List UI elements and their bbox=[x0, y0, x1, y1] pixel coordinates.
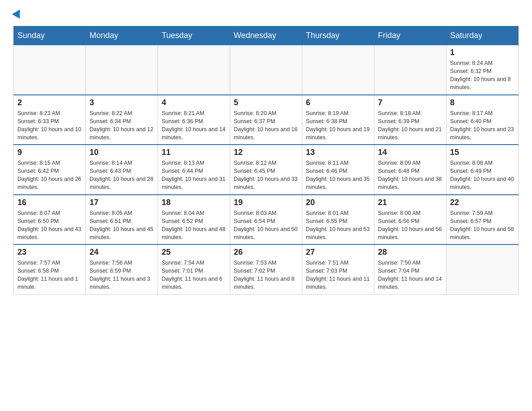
day-number: 8 bbox=[450, 98, 515, 107]
calendar-day-cell bbox=[302, 45, 374, 95]
day-number: 6 bbox=[306, 98, 370, 107]
day-info: Sunrise: 8:24 AMSunset: 6:32 PMDaylight:… bbox=[450, 59, 515, 92]
calendar-day-cell bbox=[86, 45, 158, 95]
day-number: 9 bbox=[17, 148, 82, 157]
day-number: 11 bbox=[162, 148, 226, 157]
day-info: Sunrise: 8:13 AMSunset: 6:44 PMDaylight:… bbox=[162, 159, 226, 192]
day-info: Sunrise: 8:15 AMSunset: 6:42 PMDaylight:… bbox=[17, 159, 82, 192]
day-info: Sunrise: 7:54 AMSunset: 7:01 PMDaylight:… bbox=[162, 259, 226, 291]
day-number: 14 bbox=[378, 148, 442, 157]
day-number: 17 bbox=[90, 198, 154, 207]
calendar-day-cell: 14Sunrise: 8:09 AMSunset: 6:48 PMDayligh… bbox=[374, 145, 446, 195]
calendar-day-cell bbox=[158, 45, 230, 95]
day-number: 23 bbox=[17, 248, 82, 257]
calendar-table: SundayMondayTuesdayWednesdayThursdayFrid… bbox=[13, 26, 519, 295]
day-number: 15 bbox=[450, 148, 515, 157]
calendar-day-cell bbox=[14, 45, 86, 95]
calendar-day-cell: 13Sunrise: 8:11 AMSunset: 6:46 PMDayligh… bbox=[302, 145, 374, 195]
day-info: Sunrise: 8:00 AMSunset: 6:56 PMDaylight:… bbox=[378, 209, 442, 242]
day-number: 25 bbox=[162, 248, 226, 257]
calendar-week-row: 2Sunrise: 8:23 AMSunset: 6:33 PMDaylight… bbox=[14, 95, 519, 145]
logo bbox=[13, 9, 24, 17]
day-info: Sunrise: 8:04 AMSunset: 6:52 PMDaylight:… bbox=[162, 209, 226, 242]
day-number: 16 bbox=[17, 198, 82, 207]
calendar-day-header: Friday bbox=[374, 26, 446, 45]
day-number: 13 bbox=[306, 148, 370, 157]
day-info: Sunrise: 7:51 AMSunset: 7:03 PMDaylight:… bbox=[306, 259, 370, 291]
calendar-day-cell: 15Sunrise: 8:08 AMSunset: 6:49 PMDayligh… bbox=[446, 145, 519, 195]
day-number: 4 bbox=[162, 98, 226, 107]
day-info: Sunrise: 7:50 AMSunset: 7:04 PMDaylight:… bbox=[378, 259, 442, 291]
day-number: 19 bbox=[234, 198, 298, 207]
calendar-week-row: 9Sunrise: 8:15 AMSunset: 6:42 PMDaylight… bbox=[14, 145, 519, 195]
day-info: Sunrise: 8:14 AMSunset: 6:43 PMDaylight:… bbox=[90, 159, 154, 192]
calendar-day-cell: 28Sunrise: 7:50 AMSunset: 7:04 PMDayligh… bbox=[374, 244, 446, 294]
day-info: Sunrise: 8:22 AMSunset: 6:34 PMDaylight:… bbox=[90, 109, 154, 142]
day-number: 21 bbox=[378, 198, 442, 207]
calendar-day-cell: 7Sunrise: 8:18 AMSunset: 6:39 PMDaylight… bbox=[374, 95, 446, 145]
day-number: 3 bbox=[90, 98, 154, 107]
calendar-day-cell: 5Sunrise: 8:20 AMSunset: 6:37 PMDaylight… bbox=[230, 95, 302, 145]
day-number: 2 bbox=[17, 98, 82, 107]
calendar-day-cell: 24Sunrise: 7:56 AMSunset: 6:59 PMDayligh… bbox=[86, 244, 158, 294]
calendar-day-cell bbox=[446, 244, 519, 294]
logo-triangle-icon bbox=[12, 7, 24, 19]
calendar-day-header: Wednesday bbox=[230, 26, 302, 45]
day-number: 24 bbox=[90, 248, 154, 257]
day-info: Sunrise: 8:20 AMSunset: 6:37 PMDaylight:… bbox=[234, 109, 298, 142]
day-info: Sunrise: 8:08 AMSunset: 6:49 PMDaylight:… bbox=[450, 159, 515, 192]
calendar-week-row: 23Sunrise: 7:57 AMSunset: 6:58 PMDayligh… bbox=[14, 244, 519, 294]
day-info: Sunrise: 8:12 AMSunset: 6:45 PMDaylight:… bbox=[234, 159, 298, 192]
calendar-day-cell: 23Sunrise: 7:57 AMSunset: 6:58 PMDayligh… bbox=[14, 244, 86, 294]
calendar-day-cell: 27Sunrise: 7:51 AMSunset: 7:03 PMDayligh… bbox=[302, 244, 374, 294]
calendar-day-header: Monday bbox=[86, 26, 158, 45]
calendar-day-header: Thursday bbox=[302, 26, 374, 45]
calendar-day-cell: 16Sunrise: 8:07 AMSunset: 6:50 PMDayligh… bbox=[14, 195, 86, 245]
calendar-week-row: 16Sunrise: 8:07 AMSunset: 6:50 PMDayligh… bbox=[14, 195, 519, 245]
day-info: Sunrise: 8:18 AMSunset: 6:39 PMDaylight:… bbox=[378, 109, 442, 142]
day-info: Sunrise: 8:23 AMSunset: 6:33 PMDaylight:… bbox=[17, 109, 82, 142]
logo-blue-text bbox=[13, 9, 24, 17]
calendar-day-cell: 8Sunrise: 8:17 AMSunset: 6:40 PMDaylight… bbox=[446, 95, 519, 145]
day-number: 1 bbox=[450, 48, 515, 57]
day-info: Sunrise: 8:09 AMSunset: 6:48 PMDaylight:… bbox=[378, 159, 442, 192]
calendar-day-cell: 10Sunrise: 8:14 AMSunset: 6:43 PMDayligh… bbox=[86, 145, 158, 195]
page-header bbox=[13, 9, 519, 17]
calendar-day-cell: 4Sunrise: 8:21 AMSunset: 6:36 PMDaylight… bbox=[158, 95, 230, 145]
calendar-day-cell: 2Sunrise: 8:23 AMSunset: 6:33 PMDaylight… bbox=[14, 95, 86, 145]
day-number: 10 bbox=[90, 148, 154, 157]
calendar-header-row: SundayMondayTuesdayWednesdayThursdayFrid… bbox=[14, 26, 519, 45]
day-info: Sunrise: 8:11 AMSunset: 6:46 PMDaylight:… bbox=[306, 159, 370, 192]
day-number: 5 bbox=[234, 98, 298, 107]
day-info: Sunrise: 8:01 AMSunset: 6:55 PMDaylight:… bbox=[306, 209, 370, 242]
calendar-day-cell: 18Sunrise: 8:04 AMSunset: 6:52 PMDayligh… bbox=[158, 195, 230, 245]
calendar-day-cell bbox=[230, 45, 302, 95]
day-info: Sunrise: 8:19 AMSunset: 6:38 PMDaylight:… bbox=[306, 109, 370, 142]
day-number: 20 bbox=[306, 198, 370, 207]
calendar-day-cell: 20Sunrise: 8:01 AMSunset: 6:55 PMDayligh… bbox=[302, 195, 374, 245]
day-number: 12 bbox=[234, 148, 298, 157]
day-info: Sunrise: 8:21 AMSunset: 6:36 PMDaylight:… bbox=[162, 109, 226, 142]
calendar-day-cell: 17Sunrise: 8:05 AMSunset: 6:51 PMDayligh… bbox=[86, 195, 158, 245]
day-number: 28 bbox=[378, 248, 442, 257]
day-info: Sunrise: 7:56 AMSunset: 6:59 PMDaylight:… bbox=[90, 259, 154, 291]
calendar-day-cell: 1Sunrise: 8:24 AMSunset: 6:32 PMDaylight… bbox=[446, 45, 519, 95]
calendar-day-header: Sunday bbox=[14, 26, 86, 45]
day-number: 18 bbox=[162, 198, 226, 207]
day-info: Sunrise: 7:57 AMSunset: 6:58 PMDaylight:… bbox=[17, 259, 82, 291]
calendar-day-header: Saturday bbox=[446, 26, 519, 45]
calendar-day-cell: 12Sunrise: 8:12 AMSunset: 6:45 PMDayligh… bbox=[230, 145, 302, 195]
day-info: Sunrise: 7:59 AMSunset: 6:57 PMDaylight:… bbox=[450, 209, 515, 242]
day-number: 7 bbox=[378, 98, 442, 107]
day-info: Sunrise: 8:03 AMSunset: 6:54 PMDaylight:… bbox=[234, 209, 298, 242]
calendar-day-cell: 19Sunrise: 8:03 AMSunset: 6:54 PMDayligh… bbox=[230, 195, 302, 245]
calendar-day-cell bbox=[374, 45, 446, 95]
calendar-week-row: 1Sunrise: 8:24 AMSunset: 6:32 PMDaylight… bbox=[14, 45, 519, 95]
calendar-day-cell: 21Sunrise: 8:00 AMSunset: 6:56 PMDayligh… bbox=[374, 195, 446, 245]
day-number: 22 bbox=[450, 198, 515, 207]
calendar-day-cell: 11Sunrise: 8:13 AMSunset: 6:44 PMDayligh… bbox=[158, 145, 230, 195]
calendar-day-cell: 3Sunrise: 8:22 AMSunset: 6:34 PMDaylight… bbox=[86, 95, 158, 145]
day-number: 27 bbox=[306, 248, 370, 257]
day-number: 26 bbox=[234, 248, 298, 257]
calendar-day-cell: 26Sunrise: 7:53 AMSunset: 7:02 PMDayligh… bbox=[230, 244, 302, 294]
